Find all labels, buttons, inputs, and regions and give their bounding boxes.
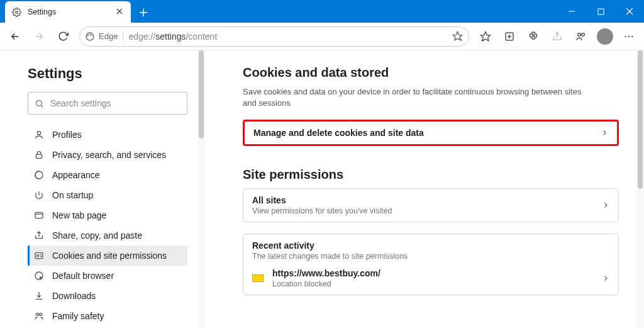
sidebar-item-label: Appearance (52, 170, 100, 180)
maximize-button[interactable] (586, 0, 615, 23)
manage-cookies-row[interactable]: Manage and delete cookies and site data (243, 120, 619, 146)
window-close-button[interactable] (615, 0, 644, 23)
cookies-icon (33, 250, 45, 261)
collections-button[interactable] (498, 25, 521, 48)
newtab-icon (33, 210, 45, 221)
title-bar: Settings (0, 0, 644, 23)
sidebar-item-appearance[interactable]: Appearance (28, 165, 187, 185)
appearance-icon (33, 169, 45, 181)
address-bar[interactable]: Edge edge://settings/content (79, 26, 469, 47)
section-heading-cookies: Cookies and data stored (243, 65, 619, 80)
power-icon (33, 189, 45, 201)
family-icon (33, 310, 45, 322)
new-tab-button[interactable] (135, 4, 152, 21)
site-identity-label: Edge (99, 31, 118, 41)
search-settings-box[interactable] (28, 92, 187, 115)
forward-button[interactable] (28, 25, 50, 48)
recent-activity-subtitle: The latest changes made to site permissi… (252, 252, 609, 261)
gear-icon (11, 7, 21, 17)
svg-point-8 (578, 33, 581, 36)
svg-rect-1 (598, 9, 604, 14)
svg-point-23 (40, 313, 42, 315)
favorites-button[interactable] (474, 25, 497, 48)
svg-point-7 (533, 35, 535, 37)
svg-point-13 (36, 100, 42, 106)
sidebar-scrollbar[interactable] (197, 50, 205, 328)
settings-nav: Profiles Privacy, search, and services A… (28, 125, 187, 328)
tab-title: Settings (28, 8, 109, 16)
browser-icon (33, 270, 45, 281)
sidebar-item-label: New tab page (52, 210, 106, 220)
page-title: Settings (28, 65, 187, 82)
chevron-right-icon (601, 129, 608, 137)
share-button[interactable] (546, 25, 569, 48)
favorites-star-icon[interactable] (452, 31, 464, 42)
svg-point-10 (625, 35, 626, 37)
tab-strip: Settings (0, 0, 152, 23)
refresh-button[interactable] (52, 25, 74, 48)
search-icon (35, 99, 44, 108)
back-button[interactable] (4, 25, 26, 48)
close-icon[interactable] (116, 8, 125, 16)
scrollbar-thumb[interactable] (199, 50, 204, 139)
lock-icon (33, 149, 45, 161)
sidebar-item-startup[interactable]: On startup (28, 185, 187, 205)
extensions-button[interactable] (522, 25, 545, 48)
sidebar-item-share[interactable]: Share, copy, and paste (28, 225, 187, 246)
profile-icon (33, 129, 45, 140)
section-heading-permissions: Site permissions (243, 167, 619, 182)
settings-sidebar: Settings Profiles Privacy, search, and s… (0, 50, 197, 328)
sidebar-item-label: Profiles (52, 130, 82, 140)
svg-rect-15 (36, 154, 42, 158)
svg-point-22 (36, 313, 38, 315)
site-favicon (252, 274, 264, 282)
svg-point-14 (37, 132, 40, 135)
sidebar-item-label: On startup (52, 190, 93, 200)
svg-point-19 (37, 255, 39, 257)
recent-site-url: https://www.bestbuy.com/ (272, 268, 380, 278)
divider (123, 31, 123, 42)
sidebar-item-cookies[interactable]: Cookies and site permissions (28, 246, 187, 266)
section-description-cookies: Save cookies and data on your device in … (243, 86, 595, 108)
main-scrollbar[interactable] (636, 50, 644, 328)
sidebar-item-privacy[interactable]: Privacy, search, and services (28, 145, 187, 165)
svg-point-21 (40, 276, 42, 279)
sidebar-item-label: Cookies and site permissions (52, 251, 167, 261)
svg-point-11 (628, 35, 630, 37)
browser-tab-settings[interactable]: Settings (5, 1, 131, 23)
chevron-right-icon (602, 274, 609, 282)
sidebar-item-label: Privacy, search, and services (52, 150, 166, 160)
site-identity-chip[interactable]: Edge (85, 31, 118, 42)
settings-main: Cookies and data stored Save cookies and… (205, 50, 636, 328)
search-settings-input[interactable] (50, 98, 180, 108)
page-content: Settings Profiles Privacy, search, and s… (0, 50, 644, 328)
download-icon (33, 290, 45, 302)
sidebar-item-newtab[interactable]: New tab page (28, 205, 187, 225)
svg-point-2 (86, 33, 94, 40)
svg-point-9 (582, 33, 585, 36)
sidebar-item-label: Family safety (52, 311, 104, 321)
personal-button[interactable] (570, 25, 592, 48)
recent-activity-title: Recent activity (252, 240, 609, 251)
sidebar-item-default-browser[interactable]: Default browser (28, 266, 187, 286)
all-sites-title: All sites (252, 195, 392, 205)
all-sites-subtitle: View permissions for sites you've visite… (252, 206, 392, 215)
share-icon (33, 230, 45, 241)
scrollbar-thumb[interactable] (638, 50, 643, 189)
sidebar-item-downloads[interactable]: Downloads (28, 286, 187, 306)
chevron-right-icon (602, 201, 609, 209)
svg-marker-5 (481, 31, 491, 40)
sidebar-item-label: Downloads (52, 291, 96, 301)
url-text: edge://settings/content (128, 31, 217, 42)
profile-avatar[interactable] (594, 25, 616, 48)
sidebar-item-label: Default browser (52, 271, 114, 281)
recent-site-row[interactable]: https://www.bestbuy.com/ Location blocke… (243, 264, 618, 295)
sidebar-item-profiles[interactable]: Profiles (28, 125, 187, 145)
sidebar-item-family[interactable]: Family safety (28, 306, 187, 326)
svg-point-0 (15, 11, 18, 13)
manage-cookies-label: Manage and delete cookies and site data (253, 128, 424, 138)
minimize-button[interactable] (557, 0, 586, 23)
all-sites-row[interactable]: All sites View permissions for sites you… (243, 188, 619, 222)
svg-rect-17 (35, 212, 43, 218)
more-menu-button[interactable] (618, 25, 640, 48)
